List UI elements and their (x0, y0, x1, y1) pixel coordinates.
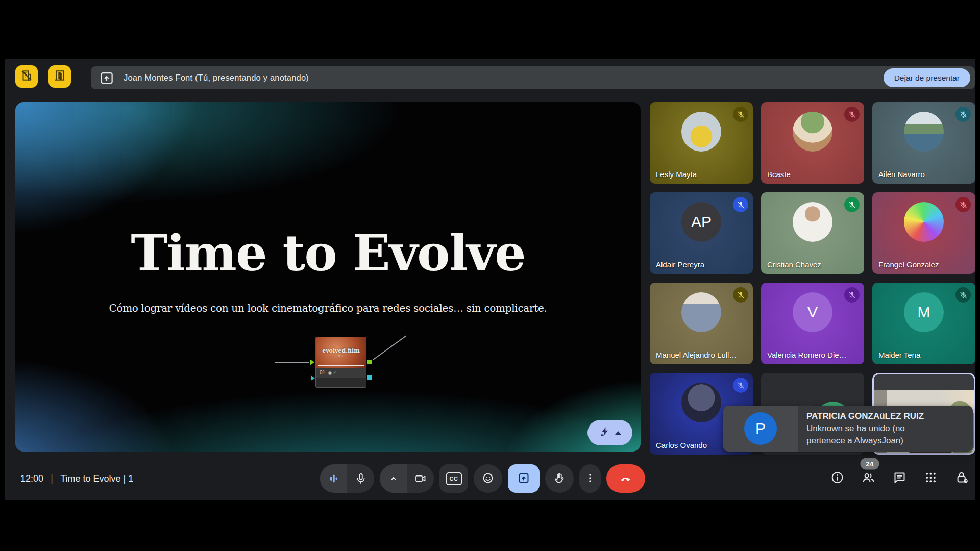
participant-tile[interactable]: VValencia Romero Die… (761, 283, 864, 364)
present-screen-icon (518, 472, 530, 486)
mic-icon (347, 464, 374, 493)
building-blocked-icon (20, 69, 33, 84)
node-key-output-connector (368, 375, 372, 380)
participant-tile[interactable]: Frangel Gonzalez (872, 192, 975, 274)
toast-title: PATRICIA GONZAüLEZ RUIZ (806, 410, 924, 422)
mic-off-icon (733, 378, 748, 393)
slash-icon: ∕ (334, 370, 335, 375)
color-node-graph: evolved.film v.1 01 ◉ ∕ (271, 325, 419, 402)
participant-name: Cristian Chavez (767, 260, 859, 269)
mic-off-icon (844, 197, 860, 212)
node-key-input-connector (311, 375, 315, 381)
chevron-up-icon (615, 431, 621, 435)
chat-panel-button[interactable] (893, 472, 906, 486)
avatar (904, 112, 944, 152)
participant-name: Maider Tena (878, 350, 970, 359)
node-input-connector (310, 359, 314, 365)
avatar (681, 292, 721, 332)
people-icon (862, 471, 875, 487)
mic-off-icon (733, 287, 748, 303)
participant-tile[interactable]: Ailén Navarro (872, 102, 975, 184)
avatar (793, 202, 832, 242)
toast-avatar-area: P (723, 406, 798, 452)
captions-button[interactable]: CC (439, 464, 468, 493)
meeting-info: 12:00 | Time to Evolve | 1 (20, 473, 133, 485)
door-icon (53, 69, 66, 84)
node-card: evolved.film v.1 01 ◉ ∕ (315, 337, 366, 388)
mic-off-icon (955, 287, 971, 303)
participant-grid: Lesly Mayta Bcaste Ailén Navarro APAldai… (650, 102, 975, 455)
stop-presenting-button[interactable]: Dejar de presentar (884, 68, 970, 87)
avatar (681, 112, 721, 152)
bottom-bar: 12:00 | Time to Evolve | 1 (5, 457, 975, 500)
avatar: M (904, 292, 944, 332)
audio-level-icon (320, 464, 347, 493)
smiley-icon (482, 472, 494, 486)
avatar (681, 383, 721, 422)
eye-icon: ◉ (328, 370, 332, 375)
mic-off-icon (955, 197, 971, 212)
people-panel-button[interactable]: 24 (862, 472, 875, 486)
mic-off-icon (733, 197, 748, 212)
camera-icon (407, 464, 434, 493)
presented-slide: Time to Evolve Cómo lograr vídeos con un… (15, 102, 641, 452)
info-icon (830, 471, 844, 487)
presenter-label: Joan Montes Font (Tú, presentando y anot… (124, 73, 309, 83)
panel-icons: 24 (830, 472, 969, 486)
node-footer: 01 ◉ ∕ (316, 368, 366, 378)
meet-window: Joan Montes Font (Tú, presentando y anot… (5, 59, 975, 500)
avatar (904, 202, 944, 242)
participant-tile[interactable]: APAldair Pereyra (650, 192, 753, 274)
mic-button[interactable] (320, 464, 374, 493)
clock: 12:00 (20, 473, 43, 484)
toast-line3: pertenece a AlwaysJoan) (806, 435, 924, 447)
host-controls-button[interactable] (955, 472, 969, 486)
toast-line2: Unknown se ha unido (no (806, 422, 924, 435)
cc-icon: CC (446, 472, 462, 485)
meeting-details-button[interactable] (830, 472, 844, 486)
join-notification-toast: P PATRICIA GONZAüLEZ RUIZ Unknown se ha … (723, 406, 973, 452)
more-options-button[interactable] (579, 464, 601, 493)
participant-count-badge: 24 (860, 458, 879, 470)
apps-grid-icon (924, 471, 938, 487)
participant-name: Ailén Navarro (878, 170, 970, 179)
divider: | (51, 473, 53, 485)
participant-name: Aldair Pereyra (656, 260, 748, 269)
participant-tile[interactable]: Cristian Chavez (761, 192, 864, 274)
node-output-connector (368, 360, 372, 364)
more-vertical-icon (584, 472, 596, 486)
participant-tile[interactable]: Bcaste (761, 102, 864, 184)
activities-button[interactable] (924, 472, 938, 486)
participant-tile[interactable]: MMaider Tena (872, 283, 975, 364)
extension-button-2[interactable] (48, 65, 71, 88)
extension-button-1[interactable] (15, 65, 38, 88)
node-thumbnail: evolved.film v.1 (316, 337, 366, 368)
avatar: AP (681, 202, 721, 242)
participant-name: Bcaste (767, 170, 859, 179)
camera-button[interactable] (380, 464, 434, 493)
node-progress-line (318, 365, 364, 366)
call-controls: CC (320, 464, 645, 493)
participant-tile[interactable]: Lesly Mayta (650, 102, 753, 184)
present-screen-icon (98, 69, 115, 86)
chevron-up-icon (380, 464, 407, 493)
meeting-title: Time to Evolve | 1 (60, 473, 133, 484)
reactions-button[interactable] (474, 464, 502, 493)
hand-icon (553, 472, 566, 486)
mic-off-icon (844, 107, 860, 122)
mic-off-icon (844, 287, 860, 303)
avatar: V (793, 292, 832, 332)
participant-name: Manuel Alejandro Lull… (656, 350, 748, 359)
end-call-button[interactable] (606, 464, 645, 493)
slide-title: Time to Evolve (15, 229, 641, 278)
slide-subtitle: Cómo lograr vídeos con un look cinematog… (15, 302, 641, 314)
participant-tile[interactable]: Manuel Alejandro Lull… (650, 283, 753, 364)
present-now-button-active[interactable] (508, 464, 540, 493)
participant-name: Lesly Mayta (656, 170, 748, 179)
participant-name: Valencia Romero Die… (767, 350, 859, 359)
chat-icon (893, 471, 906, 487)
raise-hand-button[interactable] (545, 464, 574, 493)
avatar (793, 112, 832, 152)
annotation-quick-actions[interactable] (587, 420, 632, 445)
presenting-banner: Joan Montes Font (Tú, presentando y anot… (91, 66, 975, 89)
